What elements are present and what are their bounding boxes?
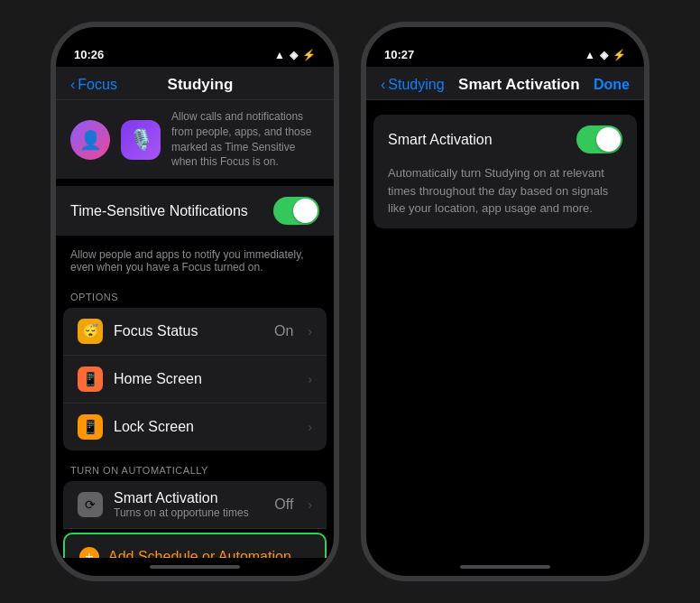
- app-avatar: 🎙️: [121, 120, 161, 160]
- options-label: OPTIONS: [56, 279, 334, 308]
- smart-activation-group: ⟳ Smart Activation Turns on at opportune…: [63, 481, 327, 529]
- smart-activation-row[interactable]: ⟳ Smart Activation Turns on at opportune…: [63, 481, 327, 529]
- done-button[interactable]: Done: [594, 77, 630, 93]
- time-sensitive-row[interactable]: Time-Sensitive Notifications: [56, 186, 334, 236]
- focus-status-item[interactable]: 😴 Focus Status On ›: [63, 308, 327, 356]
- notch-1: [141, 27, 249, 49]
- focus-status-icon: 😴: [78, 319, 103, 344]
- smart-activation-sub: Turns on at opportune times: [114, 506, 263, 519]
- wifi-icon: ▲: [274, 49, 285, 61]
- detail-content: Smart Activation Automatically turn Stud…: [366, 100, 644, 250]
- home-bar-1: [150, 565, 240, 569]
- smart-activation-setting-label: Smart Activation: [388, 132, 493, 148]
- notch-2: [451, 27, 559, 49]
- add-schedule-icon: +: [79, 547, 99, 558]
- smart-activation-value: Off: [274, 496, 293, 513]
- avatar: 👤: [70, 120, 110, 160]
- time-sensitive-label: Time-Sensitive Notifications: [70, 203, 248, 219]
- smart-activation-description: Automatically turn Studying on at releva…: [373, 164, 637, 228]
- turn-on-label: TURN ON AUTOMATICALLY: [56, 452, 334, 481]
- avatar-description: Allow calls and notifications from peopl…: [171, 109, 319, 170]
- avatar-row: 👤 🎙️ Allow calls and notifications from …: [56, 100, 334, 179]
- toggle-knob: [293, 199, 318, 223]
- chevron-left-icon-2: ‹: [381, 77, 385, 93]
- smart-chevron-icon: ›: [308, 497, 312, 512]
- phone-1: 10:26 ▲ ◈ ⚡ ‹ Focus Studying 👤 🎙️ Allow …: [51, 22, 339, 581]
- home-screen-label: Home Screen: [114, 371, 297, 387]
- chevron-left-icon: ‹: [70, 77, 75, 93]
- back-button-2[interactable]: ‹ Studying: [381, 77, 445, 93]
- add-schedule-label: Add Schedule or Automation: [108, 549, 291, 558]
- signal-icon-2: ◈: [600, 49, 608, 61]
- chevron-right-icon-2: ›: [308, 372, 312, 386]
- lock-screen-icon: 📱: [78, 414, 103, 440]
- focus-status-label: Focus Status: [114, 323, 263, 339]
- smart-activation-label: Smart Activation: [114, 490, 263, 506]
- nav-title-1: Studying: [117, 76, 283, 94]
- toggle-knob-2: [596, 127, 621, 152]
- time-1: 10:26: [74, 48, 104, 61]
- smart-activation-setting-row[interactable]: Smart Activation: [373, 115, 637, 164]
- add-schedule-button[interactable]: + Add Schedule or Automation: [63, 533, 327, 558]
- time-sensitive-toggle[interactable]: [273, 197, 319, 225]
- home-screen-icon: 📱: [78, 366, 103, 392]
- nav-bar-1: ‹ Focus Studying: [56, 67, 334, 100]
- options-menu: 😴 Focus Status On › 📱 Home Screen › 📱 Lo…: [63, 308, 327, 450]
- battery-icon: ⚡: [302, 49, 316, 61]
- scroll-content-1: 👤 🎙️ Allow calls and notifications from …: [56, 100, 334, 558]
- home-indicator-1: [56, 558, 334, 576]
- phone-2: 10:27 ▲ ◈ ⚡ ‹ Studying Smart Activation …: [361, 22, 649, 581]
- chevron-right-icon-3: ›: [308, 420, 312, 434]
- time-2: 10:27: [384, 48, 414, 61]
- scroll-content-2: Smart Activation Automatically turn Stud…: [366, 100, 644, 558]
- home-screen-item[interactable]: 📱 Home Screen ›: [63, 356, 327, 404]
- smart-activation-toggle[interactable]: [576, 125, 622, 153]
- battery-icon-2: ⚡: [612, 49, 626, 61]
- nav-bar-2: ‹ Studying Smart Activation Done: [366, 67, 644, 100]
- time-sensitive-desc: Allow people and apps to notify you imme…: [56, 243, 334, 279]
- chevron-right-icon: ›: [308, 324, 312, 339]
- lock-screen-item[interactable]: 📱 Lock Screen ›: [63, 404, 327, 450]
- focus-status-value: On: [274, 323, 293, 339]
- status-icons-1: ▲ ◈ ⚡: [274, 49, 316, 61]
- home-bar-2: [460, 565, 550, 569]
- smart-text: Smart Activation Turns on at opportune t…: [114, 490, 263, 519]
- status-icons-2: ▲ ◈ ⚡: [585, 49, 626, 61]
- smart-activation-icon: ⟳: [78, 492, 103, 517]
- smart-activation-card: Smart Activation Automatically turn Stud…: [373, 115, 637, 228]
- nav-title-2: Smart Activation: [445, 76, 594, 94]
- lock-screen-label: Lock Screen: [114, 419, 297, 435]
- signal-icon: ◈: [290, 49, 298, 61]
- back-button-1[interactable]: ‹ Focus: [70, 77, 117, 93]
- wifi-icon-2: ▲: [585, 49, 595, 61]
- home-indicator-2: [366, 558, 644, 576]
